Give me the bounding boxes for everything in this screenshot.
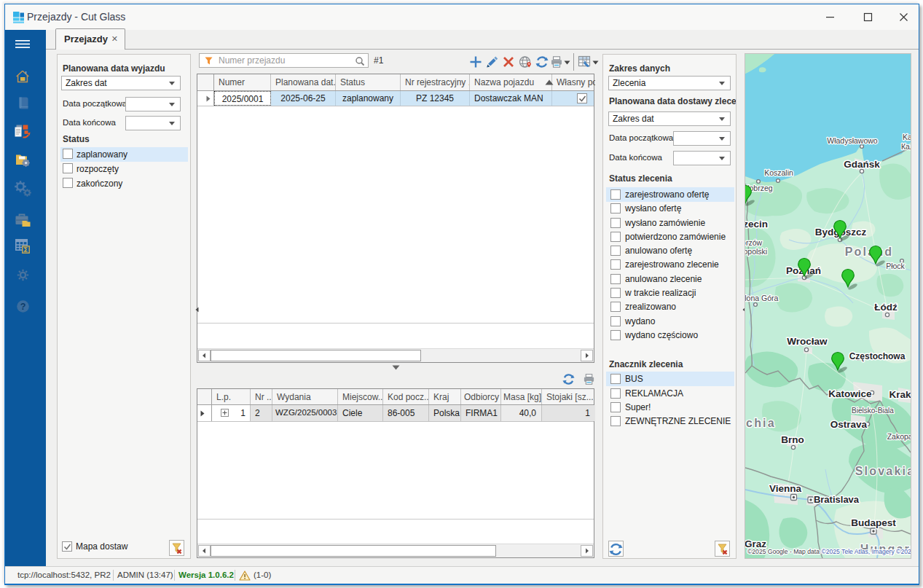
svg-text:Płock: Płock bbox=[886, 262, 905, 270]
svg-text:Kal: Kal bbox=[903, 133, 911, 141]
svg-text:Częstochowa: Częstochowa bbox=[849, 351, 906, 361]
svg-text:Slovakia: Slovakia bbox=[855, 465, 911, 477]
svg-text:Katowice: Katowice bbox=[828, 388, 872, 399]
svg-text:Koszalin: Koszalin bbox=[764, 168, 793, 177]
svg-text:Кали: Кали bbox=[901, 142, 911, 151]
svg-text:Zielona Góra: Zielona Góra bbox=[745, 294, 779, 302]
svg-text:Budapest: Budapest bbox=[851, 517, 896, 528]
svg-text:Bratislava: Bratislava bbox=[814, 494, 860, 505]
svg-text:Gdańsk: Gdańsk bbox=[844, 159, 880, 170]
svg-text:Kraków: Kraków bbox=[889, 389, 911, 400]
svg-text:Wielkopolski: Wielkopolski bbox=[745, 247, 767, 256]
svg-text:Ostrava: Ostrava bbox=[830, 419, 868, 430]
svg-text:Vienna: Vienna bbox=[769, 483, 802, 494]
svg-text:Gorzów: Gorzów bbox=[745, 238, 762, 247]
svg-text:©2025 Google - Map data ©2025: ©2025 Google - Map data ©2025 Tele Atlas… bbox=[747, 548, 911, 555]
svg-text:Szczecin: Szczecin bbox=[745, 219, 768, 230]
svg-text:Władysławowo: Władysławowo bbox=[827, 136, 878, 145]
svg-text:Zakopane: Zakopane bbox=[887, 432, 911, 441]
svg-text:Czechia: Czechia bbox=[745, 417, 776, 429]
svg-text:Wrocław: Wrocław bbox=[787, 336, 828, 347]
svg-text:Poland: Poland bbox=[845, 246, 894, 258]
svg-text:Łódź: Łódź bbox=[874, 302, 898, 313]
svg-text:?: ? bbox=[20, 302, 26, 312]
svg-text:Brno: Brno bbox=[781, 434, 804, 445]
svg-text:Bielsko-Biala: Bielsko-Biala bbox=[852, 407, 894, 415]
